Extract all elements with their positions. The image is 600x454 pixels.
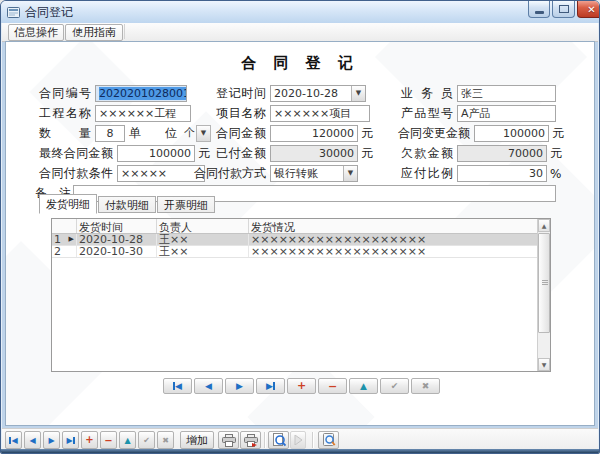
table-row[interactable]: 1▶ 2020-10-28 王×× ×××××××××××××××××××: [52, 234, 538, 246]
grid-header: 发货时间 负责人 发货情况: [52, 219, 550, 234]
owed-amount-readonly: 70000: [457, 145, 547, 162]
project-eng-label: 工程名称: [39, 105, 91, 122]
pay-method-label: 合同付款方式: [194, 165, 266, 182]
close-icon: ✕: [587, 4, 595, 15]
title-bar: 合同登记: [1, 1, 599, 23]
scrollbar-thumb[interactable]: [538, 233, 550, 333]
field-product: 产品型号 A产品: [401, 105, 556, 122]
next-record-button[interactable]: ▶: [225, 378, 254, 394]
field-pay-method: 合同付款方式 银行转账▼: [194, 165, 358, 182]
first-record-button[interactable]: ◀: [163, 378, 192, 394]
next-record-icon: ▶: [236, 382, 243, 391]
edit-record-button[interactable]: ▲: [119, 431, 136, 449]
next-record-button[interactable]: ▶: [43, 431, 60, 449]
paid-amount-readonly: 30000: [270, 145, 358, 162]
field-unit: 单 位 个▼: [129, 125, 211, 142]
pay-ratio-unit: %: [550, 167, 561, 181]
scroll-down-icon[interactable]: ▼: [538, 358, 550, 371]
table-row[interactable]: 2 2020-10-30 王×× ×××××××××××××××××××: [52, 246, 538, 258]
reg-date-input[interactable]: 2020-10-28▼: [270, 85, 366, 102]
pay-ratio-label: 应付比例: [401, 165, 453, 182]
pay-ratio-input[interactable]: 30: [457, 165, 547, 182]
tab-payment-detail[interactable]: 付款明细: [98, 196, 156, 213]
paid-amount-label: 已付金额: [216, 145, 266, 162]
delete-record-button[interactable]: −: [318, 378, 347, 394]
qty-input[interactable]: 8: [95, 125, 125, 142]
field-project-eng: 工程名称 ××××××工程: [39, 105, 191, 122]
owed-amount-unit: 元: [550, 145, 562, 162]
first-record-button[interactable]: ◀: [5, 431, 22, 449]
final-amount-input[interactable]: 100000: [117, 145, 195, 162]
scroll-up-icon[interactable]: ▲: [538, 219, 550, 232]
qty-label: 数 量: [39, 125, 91, 142]
field-reg-date: 登记时间 2020-10-28▼: [216, 85, 366, 102]
close-button[interactable]: ✕: [577, 1, 600, 18]
prior-record-button[interactable]: ◀: [194, 378, 223, 394]
row-pointer-icon: ▶: [69, 234, 74, 245]
dropdown-arrow-icon[interactable]: ▼: [351, 86, 365, 101]
grid-header-person: 负责人: [157, 219, 249, 233]
app-window: 合同登记 ✕ 信息操作 使用指南 合 同 登 记 合同编号 2020201028…: [0, 0, 600, 454]
printer-export-icon: [244, 434, 258, 447]
toolbar-divider: [312, 432, 313, 448]
prior-record-button[interactable]: ◀: [24, 431, 41, 449]
salesman-input[interactable]: 张三: [457, 85, 556, 102]
last-record-button[interactable]: ▶: [62, 431, 79, 449]
delete-record-icon: −: [328, 382, 337, 391]
reg-date-label: 登记时间: [216, 85, 266, 102]
delivery-grid: 发货时间 负责人 发货情况 1▶ 2020-10-28 王×× ××××××××…: [51, 218, 551, 372]
field-final-amount: 最终合同金额 100000 元: [39, 145, 210, 162]
cancel-record-icon: ✖: [422, 381, 430, 391]
minimize-button[interactable]: [528, 1, 550, 18]
field-owed-amount: 欠款金额 70000 元: [401, 145, 562, 162]
add-button[interactable]: 增加: [180, 431, 214, 449]
field-pay-terms: 合同付款条件 ×××××: [39, 165, 205, 182]
edit-record-button[interactable]: ▲: [349, 378, 378, 394]
menu-item-user-guide[interactable]: 使用指南: [65, 24, 123, 41]
last-record-button[interactable]: ▶: [256, 378, 285, 394]
unit-label: 单 位: [129, 125, 177, 142]
pay-terms-input[interactable]: ×××××: [117, 165, 205, 182]
change-amount-input[interactable]: 100000: [474, 125, 549, 142]
search-button[interactable]: [318, 431, 339, 449]
dropdown-arrow-icon[interactable]: ▼: [343, 166, 357, 181]
grid-header-num: [52, 219, 77, 233]
search-icon: [322, 433, 336, 447]
print-export-button[interactable]: [240, 431, 261, 449]
contract-no-input[interactable]: 2020201028001: [95, 85, 187, 102]
pay-method-select[interactable]: 银行转账▼: [270, 165, 358, 182]
insert-record-icon: +: [85, 435, 93, 445]
cancel-record-button[interactable]: ✖: [411, 378, 440, 394]
maximize-button[interactable]: [552, 1, 575, 18]
field-pay-ratio: 应付比例 30 %: [401, 165, 561, 182]
field-amount: 合同金额 120000 元: [216, 125, 373, 142]
post-record-button[interactable]: ✔: [138, 431, 155, 449]
insert-record-button[interactable]: +: [81, 431, 98, 449]
delete-record-button[interactable]: −: [100, 431, 117, 449]
product-input[interactable]: A产品: [457, 105, 556, 122]
insert-record-button[interactable]: +: [287, 378, 316, 394]
dropdown-arrow-icon[interactable]: ▼: [196, 125, 211, 142]
paid-amount-unit: 元: [361, 145, 373, 162]
project-eng-input[interactable]: ××××××工程: [95, 105, 191, 122]
project-item-input[interactable]: ××××××项目: [270, 105, 370, 122]
unit-select[interactable]: 个▼: [181, 125, 211, 142]
menu-divider: [124, 24, 125, 39]
last-record-icon: ▶: [66, 436, 74, 445]
post-record-button[interactable]: ✔: [380, 378, 409, 394]
printer-icon: [222, 434, 236, 447]
window-bottom-border: [1, 449, 599, 453]
menu-item-info-ops[interactable]: 信息操作: [8, 24, 64, 41]
amount-input[interactable]: 120000: [270, 125, 358, 142]
next-record-icon: ▶: [48, 436, 54, 445]
preview-button[interactable]: [268, 431, 289, 449]
tab-invoice-detail[interactable]: 开票明细: [157, 196, 215, 213]
field-project-item: 项目名称 ××××××项目: [216, 105, 370, 122]
last-record-icon: ▶: [266, 382, 275, 391]
print-button[interactable]: [218, 431, 239, 449]
tab-delivery-detail[interactable]: 发货明细: [39, 194, 97, 214]
grid-scrollbar[interactable]: ▲ ▼: [537, 219, 550, 371]
cancel-record-button[interactable]: ✖: [157, 431, 174, 449]
change-amount-unit: 元: [552, 125, 564, 142]
final-amount-label: 最终合同金额: [39, 145, 113, 162]
